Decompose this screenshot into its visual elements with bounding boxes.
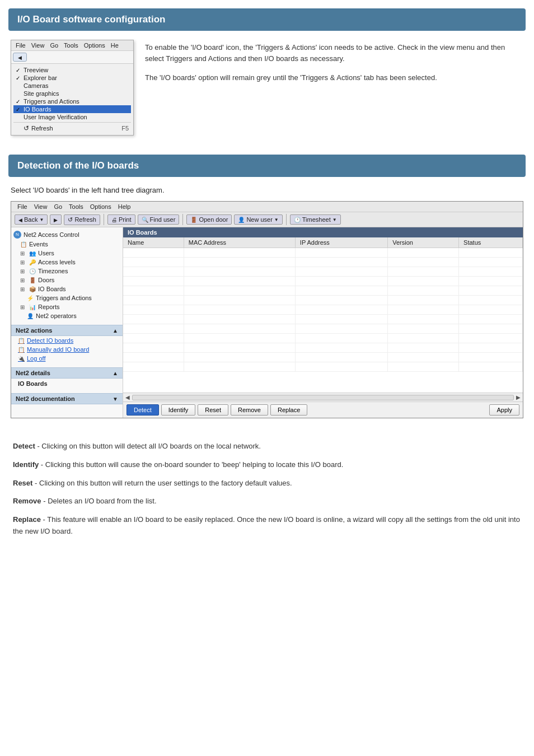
table-row: [123, 248, 523, 258]
back-arrow-icon: [18, 216, 22, 223]
menu-item-explorer[interactable]: ✓ Explorer bar: [13, 74, 131, 82]
timesheet-icon: 🕐: [294, 217, 301, 223]
reset-button[interactable]: Reset: [198, 404, 228, 416]
col-mac: MAC Address: [184, 237, 295, 248]
action-detect[interactable]: 📋 Detect IO boards: [11, 336, 123, 345]
menu-go[interactable]: Go: [48, 41, 60, 49]
docs-collapse-icon: ▼: [113, 396, 118, 402]
col-version: Version: [388, 237, 459, 248]
tree-item-io-boards[interactable]: 📦 IO Boards: [11, 284, 123, 293]
refresh-toolbar-btn[interactable]: Refresh: [64, 214, 100, 225]
action-log-off[interactable]: 🔌 Log off: [11, 354, 123, 363]
find-user-toolbar-btn[interactable]: 🔍 Find user: [138, 214, 180, 225]
tree-item-access[interactable]: 🔑 Access levels: [11, 258, 123, 267]
remove-button[interactable]: Remove: [231, 404, 268, 416]
docs-section-header[interactable]: Net2 documentation ▼: [11, 393, 123, 404]
desc1-text: To enable the 'I/O board' icon, the 'Tri…: [145, 42, 523, 64]
app-menu-tools[interactable]: Tools: [66, 203, 86, 211]
tree-item-users[interactable]: 👥 Users: [11, 249, 123, 258]
print-icon: 🖨: [111, 217, 117, 223]
tree-item-events[interactable]: 📋 Events: [11, 240, 123, 249]
refresh-toolbar-label: Refresh: [74, 216, 96, 223]
replace-desc-text: This feature will enable an I/O board to…: [13, 515, 520, 535]
col-name: Name: [123, 237, 184, 248]
section1-description: To enable the 'I/O board' icon, the 'Tri…: [145, 40, 523, 91]
desc-detect: Detect - Clicking on this button will de…: [13, 441, 521, 452]
app-menu-file[interactable]: File: [15, 203, 30, 211]
scroll-right-icon[interactable]: ▶: [515, 394, 522, 400]
tree-item-triggers[interactable]: ⚡ Triggers and Actions: [11, 293, 123, 302]
timesheet-toolbar-btn[interactable]: 🕐 Timesheet ▼: [290, 214, 341, 225]
operators-icon: 👤: [27, 313, 34, 319]
menu-item-triggers[interactable]: ✓ Triggers and Actions: [13, 97, 131, 105]
menu-item-treeview[interactable]: ✓ Treeview: [13, 66, 131, 74]
timesheet-dropdown-icon: ▼: [332, 217, 337, 222]
identify-button[interactable]: Identify: [161, 404, 195, 416]
print-toolbar-btn[interactable]: 🖨 Print: [107, 214, 135, 225]
check-user-image: [16, 114, 24, 120]
back-label: Back: [24, 216, 38, 223]
open-door-toolbar-btn[interactable]: 🚪 Open door: [186, 214, 232, 225]
menu-help[interactable]: He: [109, 41, 121, 49]
tree-item-reports[interactable]: 📊 Reports: [11, 302, 123, 311]
app-menu-view[interactable]: View: [31, 203, 50, 211]
detect-button[interactable]: Detect: [127, 404, 159, 416]
access-expander-icon: [20, 259, 27, 265]
explorer-label: Explorer bar: [24, 74, 57, 81]
menu-item-site-graphics[interactable]: Site graphics: [13, 90, 131, 97]
toolbar-separator3: [286, 214, 287, 225]
actions-section-header[interactable]: Net2 actions ▲: [11, 325, 123, 336]
tree-item-operators[interactable]: 👤 Net2 operators: [11, 311, 123, 320]
scroll-left-icon[interactable]: ◀: [124, 394, 131, 400]
timesheet-label: Timesheet: [302, 216, 331, 223]
triggers-actions-label: Triggers and Actions: [36, 295, 92, 301]
forward-arrow-icon: [54, 216, 58, 223]
app-toolbar: Back ▼ Refresh 🖨 Print 🔍 Find user 🚪: [11, 212, 523, 227]
new-user-label: New user: [246, 216, 272, 223]
scrollbar-track[interactable]: [132, 395, 514, 400]
back-dropdown-icon: ▼: [39, 217, 44, 222]
user-image-label: User Image Verification: [24, 114, 87, 120]
timezones-expander-icon: [20, 268, 27, 274]
timezones-icon: 🕒: [29, 268, 36, 274]
menu-file[interactable]: File: [13, 41, 28, 49]
doors-label: Doors: [38, 277, 54, 283]
replace-button[interactable]: Replace: [270, 404, 307, 416]
menu-view[interactable]: View: [29, 41, 47, 49]
action-manually-add[interactable]: 📋 Manually add IO board: [11, 345, 123, 354]
back-button[interactable]: [13, 53, 27, 62]
table-row: [123, 353, 523, 362]
app-menu-go[interactable]: Go: [51, 203, 65, 211]
desc-remove: Remove - Deletes an I/O board from the l…: [13, 496, 521, 507]
menu-item-user-image[interactable]: User Image Verification: [13, 113, 131, 121]
menu-tools[interactable]: Tools: [62, 41, 81, 49]
remove-desc-label: Remove: [13, 497, 41, 505]
users-expander-icon: [20, 250, 27, 256]
remove-desc-text: Deletes an I/O board from the list.: [48, 497, 156, 505]
menu-options[interactable]: Options: [82, 41, 107, 49]
events-label: Events: [29, 241, 48, 248]
desc-identify: Identify - Clicking this button will cau…: [13, 459, 521, 471]
tree-item-timezones[interactable]: 🕒 Timezones: [11, 267, 123, 276]
detect-link-icon: 📋: [18, 338, 25, 344]
app-menu-help[interactable]: Help: [115, 203, 134, 211]
forward-toolbar-btn[interactable]: [50, 214, 62, 225]
menu-item-io-boards[interactable]: ✓ IO Boards: [13, 105, 131, 113]
menu-bar: File View Go Tools Options He: [11, 40, 133, 51]
net2-label: Net2 Access Control: [24, 231, 79, 238]
menu-item-refresh[interactable]: Refresh F5: [13, 124, 131, 133]
section1-header: I/O Board software configuration: [8, 8, 526, 31]
menu-simulation: File View Go Tools Options He ✓ Treeview: [11, 40, 134, 136]
details-section-header[interactable]: Net2 details ▲: [11, 367, 123, 379]
table-row: [123, 315, 523, 324]
table-row: [123, 324, 523, 334]
tree-item-doors[interactable]: 🚪 Doors: [11, 276, 123, 284]
back-toolbar-btn[interactable]: Back ▼: [15, 214, 48, 225]
tree-item-net2[interactable]: N Net2 Access Control: [11, 230, 123, 240]
menu-item-cameras[interactable]: Cameras: [13, 82, 131, 90]
new-user-toolbar-btn[interactable]: 👤 New user ▼: [234, 214, 282, 225]
io-label: IO Boards: [38, 286, 66, 292]
apply-button[interactable]: Apply: [489, 404, 519, 416]
app-menu-options[interactable]: Options: [87, 203, 114, 211]
details-header-label: Net2 details: [16, 370, 50, 376]
